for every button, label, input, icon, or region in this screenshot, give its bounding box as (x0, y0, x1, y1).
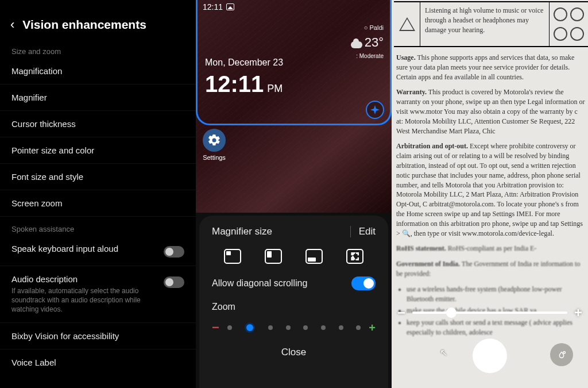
item-voice-label[interactable]: Voice Label (0, 349, 196, 375)
label: Magnification (11, 66, 62, 76)
size-large-icon[interactable] (305, 249, 323, 264)
item-magnification[interactable]: Magnification (0, 58, 196, 84)
weather-condition: Moderate (359, 53, 384, 59)
label: Magnifier (11, 93, 47, 102)
toggle-label: Allow diagonal scrolling (212, 278, 307, 289)
recycle2-icon (570, 27, 584, 41)
zoom-label: Zoom (212, 302, 376, 312)
list-item: keep your calls short or send a text mes… (407, 318, 586, 337)
label: Cursor thickness (11, 119, 76, 129)
item-speak-keyboard[interactable]: Speak keyboard input aloud (0, 236, 196, 266)
label: Pointer size and color (11, 145, 94, 155)
gear-icon (203, 129, 226, 152)
slider-thumb[interactable] (446, 308, 457, 318)
page-title: Vision enhancements (22, 18, 146, 32)
status-bar: 12:11 (203, 2, 385, 11)
weather-temp: 23° (365, 35, 384, 49)
item-audio-description[interactable]: Audio description If available, automati… (0, 266, 196, 323)
recycling-icons (549, 2, 588, 46)
size-medium-icon[interactable] (265, 249, 282, 264)
toggle-off-icon[interactable] (164, 246, 184, 258)
magnifier-sheet: Magnifier size Edit Allow diagonal scrol… (199, 216, 388, 388)
section-size-zoom: Size and zoom (0, 44, 196, 58)
settings-panel: ‹ Vision enhancements Size and zoom Magn… (0, 0, 196, 388)
label: Speak keyboard input aloud (11, 244, 164, 253)
sheet-title: Magnifier size (212, 226, 272, 237)
eco-icon (570, 7, 584, 21)
item-font-size[interactable]: Font size and style (0, 164, 196, 190)
item-bixby-vision[interactable]: Bixby Vision for accessibility (0, 323, 196, 349)
document-header-box: Listening at high volume to music or voi… (394, 1, 588, 47)
picture-icon (226, 3, 234, 10)
sublabel: If available, automatically select the a… (11, 286, 164, 314)
plus-icon[interactable]: + (369, 321, 376, 335)
warranty-paragraph: Warranty. This product is covered by Mot… (396, 87, 586, 136)
back-icon[interactable]: ‹ (10, 17, 14, 32)
item-screen-zoom[interactable]: Screen zoom (0, 190, 196, 217)
homescreen-panel: 12:11 ○ Paldi 23° : Moderate Mon, Decemb… (196, 0, 392, 388)
slider-track[interactable] (412, 312, 567, 314)
size-options (212, 249, 376, 264)
label-block: Audio description If available, automati… (11, 274, 164, 314)
warning-text: Listening at high volume to music or voi… (420, 2, 549, 46)
india-paragraph: Government of India. The Government of I… (396, 259, 586, 279)
app-label: Settings (203, 154, 226, 161)
close-button[interactable]: Close (212, 344, 376, 358)
warning-triangle-icon (394, 2, 420, 46)
magnified-document-panel: Listening at high volume to music or voi… (392, 0, 588, 388)
toggle-off-icon[interactable] (164, 276, 184, 288)
rohs-paragraph: RoHS statement. RoHS-compliant as per In… (396, 244, 586, 253)
time: 12:11 (205, 71, 264, 97)
label: Screen zoom (11, 198, 62, 208)
weather-location: Paldi (370, 24, 384, 31)
recycle-icon (554, 7, 567, 21)
color-filter-button[interactable] (550, 343, 573, 366)
item-cursor-thickness[interactable]: Cursor thickness (0, 111, 196, 137)
label: Audio description (11, 274, 78, 284)
plus-icon[interactable]: + (574, 305, 582, 321)
item-pointer-size[interactable]: Pointer size and color (0, 137, 196, 164)
droplets-icon (555, 348, 568, 361)
label: Voice Label (11, 358, 56, 367)
date: Mon, December 23 (205, 57, 283, 68)
slider-track[interactable] (227, 322, 361, 333)
cloud-icon (351, 41, 362, 48)
homescreen-wallpaper: 12:11 ○ Paldi 23° : Moderate Mon, Decemb… (196, 0, 392, 213)
usage-paragraph: Usage. This phone supports apps and serv… (396, 53, 586, 82)
magnifier-zoom-slider[interactable]: − + (397, 305, 582, 321)
toggle-on-icon[interactable] (351, 276, 376, 290)
capture-button[interactable] (473, 339, 507, 373)
weather-widget[interactable]: ○ Paldi 23° : Moderate (351, 23, 384, 60)
size-fullscreen-icon[interactable] (346, 249, 363, 264)
list-item: use a wireless hands-free system (headph… (407, 285, 586, 304)
document-content: Listening at high volume to music or voi… (392, 0, 588, 337)
status-time: 12:11 (203, 2, 223, 11)
edit-button[interactable]: Edit (350, 226, 376, 237)
slider-thumb[interactable] (245, 322, 255, 333)
minus-icon[interactable]: − (397, 305, 405, 321)
cert-icon (554, 27, 567, 41)
ampm: PM (267, 83, 283, 94)
cursor-icon: ↖ (440, 347, 447, 358)
settings-header: ‹ Vision enhancements (0, 5, 196, 44)
settings-app-icon[interactable]: Settings (203, 129, 226, 161)
label: Bixby Vision for accessibility (11, 331, 119, 341)
size-small-icon[interactable] (224, 249, 241, 264)
arbitration-paragraph: Arbitration and opt-out. Except where pr… (396, 141, 586, 238)
label: Font size and style (11, 172, 83, 182)
sheet-header: Magnifier size Edit (212, 226, 376, 237)
svg-point-0 (563, 352, 566, 354)
minus-icon[interactable]: − (212, 320, 219, 335)
item-magnifier[interactable]: Magnifier (0, 84, 196, 111)
move-handle-icon[interactable] (366, 101, 384, 119)
zoom-slider[interactable]: − + (212, 320, 376, 335)
section-spoken-assist: Spoken assistance (0, 221, 196, 236)
clock-widget[interactable]: Mon, December 23 12:11PM (205, 57, 283, 97)
diagonal-scroll-row: Allow diagonal scrolling (212, 276, 376, 290)
